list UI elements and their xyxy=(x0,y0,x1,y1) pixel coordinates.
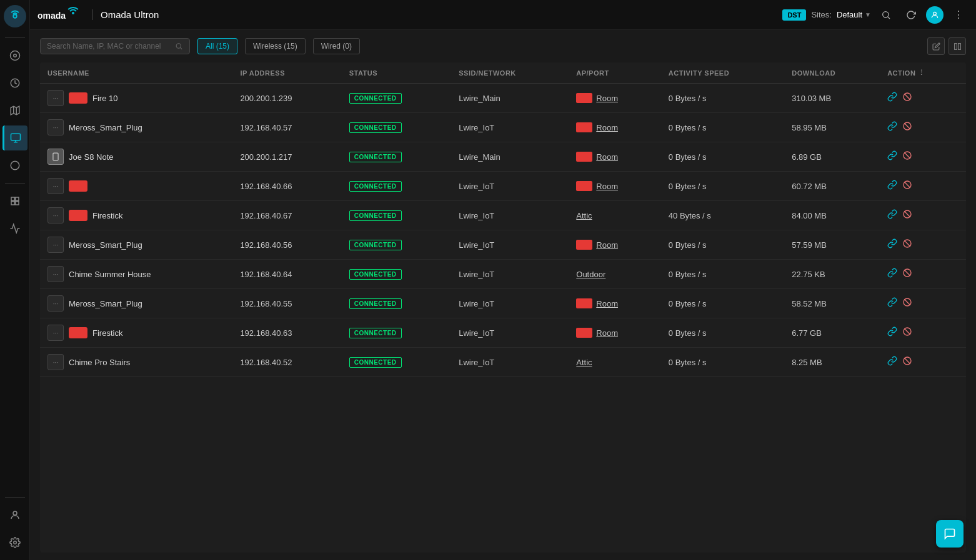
svg-rect-13 xyxy=(11,202,14,205)
svg-line-45 xyxy=(904,328,910,334)
client-link-icon[interactable] xyxy=(887,180,897,192)
client-link-icon[interactable] xyxy=(887,121,897,134)
client-ap-cell: Attic xyxy=(569,201,661,230)
tab-wireless[interactable]: Wireless (15) xyxy=(245,38,306,54)
device-menu-button[interactable]: ··· xyxy=(47,266,64,282)
device-menu-button[interactable]: ··· xyxy=(47,90,64,106)
sites-dropdown[interactable]: Default ▼ xyxy=(837,10,871,19)
sidebar-item-insights[interactable] xyxy=(2,153,27,178)
ap-link[interactable]: Room xyxy=(596,328,618,338)
device-name-label: Joe S8 Note xyxy=(69,152,114,162)
chat-button[interactable] xyxy=(936,520,964,548)
tab-wired[interactable]: Wired (0) xyxy=(313,38,360,54)
client-action-cell xyxy=(880,289,966,318)
svg-line-23 xyxy=(181,47,182,49)
client-block-icon[interactable] xyxy=(902,121,912,134)
client-status-cell: CONNECTED xyxy=(342,84,452,113)
ap-link[interactable]: Room xyxy=(596,94,618,103)
device-menu-button[interactable]: ··· xyxy=(47,237,64,253)
col-more-dots-icon[interactable]: ⋮ xyxy=(918,69,925,77)
ap-link[interactable]: Room xyxy=(596,152,618,162)
client-status-cell: CONNECTED xyxy=(342,201,452,230)
client-block-icon[interactable] xyxy=(902,327,912,339)
client-ip-cell: 192.168.40.66 xyxy=(232,172,341,201)
client-status-cell: CONNECTED xyxy=(342,260,452,289)
client-ap-cell: Room xyxy=(569,230,661,260)
ap-color-badge xyxy=(576,152,592,162)
client-block-icon[interactable] xyxy=(902,356,912,368)
client-block-icon[interactable] xyxy=(902,268,912,280)
sidebar-item-map[interactable] xyxy=(2,98,27,123)
user-avatar[interactable] xyxy=(926,6,944,24)
ap-color-badge xyxy=(576,122,592,132)
client-link-icon[interactable] xyxy=(887,238,897,251)
device-menu-button[interactable]: ··· xyxy=(47,178,64,194)
device-menu-button[interactable]: ··· xyxy=(47,325,64,341)
search-icon xyxy=(175,42,183,51)
client-action-cell xyxy=(880,201,966,230)
sidebar-logo[interactable] xyxy=(4,5,26,27)
ap-link[interactable]: Room xyxy=(596,123,618,132)
ellipsis-icon: ⋮ xyxy=(954,9,964,21)
client-ap-cell: Outdoor xyxy=(569,260,661,289)
svg-rect-30 xyxy=(53,153,58,160)
client-link-icon[interactable] xyxy=(887,92,897,104)
svg-line-35 xyxy=(904,182,910,187)
ap-link[interactable]: Attic xyxy=(576,358,592,367)
ap-link[interactable]: Room xyxy=(596,299,618,308)
client-speed-cell: 0 Bytes / s xyxy=(661,142,784,172)
client-ip-cell: 192.168.40.63 xyxy=(232,318,341,348)
client-ip-cell: 200.200.1.217 xyxy=(232,142,341,172)
device-menu-button[interactable]: ··· xyxy=(47,207,64,224)
ap-color-badge xyxy=(576,181,592,191)
refresh-button[interactable] xyxy=(901,5,921,25)
dst-badge[interactable]: DST xyxy=(782,9,806,21)
svg-line-29 xyxy=(904,123,910,129)
device-tablet-icon xyxy=(47,149,64,165)
client-block-icon[interactable] xyxy=(902,150,912,163)
client-link-icon[interactable] xyxy=(887,150,897,163)
svg-point-16 xyxy=(13,541,16,544)
client-speed-cell: 0 Bytes / s xyxy=(661,289,784,318)
client-download-cell: 84.00 MB xyxy=(784,201,880,230)
ap-color-badge xyxy=(576,298,592,308)
sidebar-item-devices[interactable] xyxy=(2,189,27,214)
client-link-icon[interactable] xyxy=(887,268,897,280)
ap-link[interactable]: Attic xyxy=(576,211,592,220)
search-input[interactable] xyxy=(47,42,171,51)
ap-link[interactable]: Room xyxy=(596,182,618,191)
client-status-cell: CONNECTED xyxy=(342,172,452,201)
client-link-icon[interactable] xyxy=(887,209,897,222)
client-block-icon[interactable] xyxy=(902,209,912,222)
col-ssid: SSID/NETWORK xyxy=(451,62,569,84)
device-menu-button[interactable]: ··· xyxy=(47,354,64,370)
search-button[interactable] xyxy=(876,5,896,25)
edit-view-button[interactable] xyxy=(927,37,945,55)
sidebar-item-home[interactable] xyxy=(2,43,27,68)
sidebar-item-user[interactable] xyxy=(2,503,27,528)
client-link-icon[interactable] xyxy=(887,327,897,339)
ap-link[interactable]: Room xyxy=(596,240,618,250)
table-header: USERNAME IP ADDRESS STATUS SSID/NETWORK … xyxy=(40,62,966,84)
device-name-label: Meross_Smart_Plug xyxy=(69,299,142,308)
sidebar-item-stats[interactable] xyxy=(2,216,27,241)
client-link-icon[interactable] xyxy=(887,297,897,310)
tab-all[interactable]: All (15) xyxy=(197,38,237,54)
sidebar-item-clock[interactable] xyxy=(2,71,27,96)
col-status: STATUS xyxy=(342,62,452,84)
client-link-icon[interactable] xyxy=(887,356,897,368)
client-block-icon[interactable] xyxy=(902,92,912,104)
client-block-icon[interactable] xyxy=(902,180,912,192)
client-download-cell: 6.77 GB xyxy=(784,318,880,348)
device-menu-button[interactable]: ··· xyxy=(47,119,64,135)
sidebar-item-clients[interactable] xyxy=(2,125,27,150)
columns-view-button[interactable] xyxy=(949,37,966,55)
ap-link[interactable]: Outdoor xyxy=(576,270,605,279)
more-menu-button[interactable]: ⋮ xyxy=(949,5,969,25)
client-block-icon[interactable] xyxy=(902,238,912,251)
sidebar-item-settings[interactable] xyxy=(2,530,27,555)
client-block-icon[interactable] xyxy=(902,297,912,310)
search-box[interactable] xyxy=(40,38,190,54)
table-row: ··· Firestick 192.168.40.63CONNECTEDLwir… xyxy=(40,318,966,348)
device-menu-button[interactable]: ··· xyxy=(47,295,64,312)
